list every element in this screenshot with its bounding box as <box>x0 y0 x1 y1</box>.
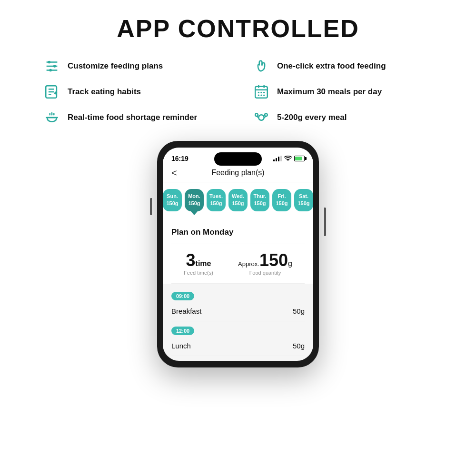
meal-time-1: 09:00 <box>171 292 194 300</box>
page-container: APP CONTROLLED Customize feeding plans <box>0 0 476 476</box>
svg-point-16 <box>263 92 265 93</box>
day-thur[interactable]: Thur. 150g <box>250 189 269 211</box>
signal-icon <box>273 156 282 161</box>
svg-point-21 <box>258 115 264 120</box>
feature-food-shortage-text: Real-time food shortage reminder <box>68 112 197 123</box>
dynamic-island <box>214 152 262 166</box>
day-sat[interactable]: Sat. 150g <box>294 189 313 211</box>
feature-one-click: One-click extra food feeding <box>252 57 433 75</box>
svg-point-26 <box>288 160 288 161</box>
day-label: Sat. <box>297 193 310 200</box>
plan-title: Plan on Monday <box>171 228 305 237</box>
meal-time-2: 12:00 <box>171 327 194 335</box>
food-quantity-stat: Approx.150g Food quantity <box>238 252 292 276</box>
volume-button <box>150 198 152 215</box>
day-amount: 150g <box>188 200 201 207</box>
day-label: Sun. <box>166 193 179 200</box>
feature-customize-feeding-text: Customize feeding plans <box>68 61 163 71</box>
day-label: Thur. <box>253 193 267 200</box>
page-title: APP CONTROLLED <box>117 14 359 43</box>
bowl-icon <box>43 109 61 127</box>
day-label: Mon. <box>188 193 201 200</box>
day-label: Tues. <box>209 193 223 200</box>
stats-row: 3time Feed time(s) Approx.150g Food quan… <box>171 252 305 276</box>
svg-point-5 <box>49 69 52 72</box>
svg-point-3 <box>48 61 51 64</box>
sliders-icon <box>43 57 61 75</box>
day-mon[interactable]: Mon. 150g <box>185 189 204 211</box>
feed-times-label: Feed time(s) <box>184 270 213 276</box>
svg-point-19 <box>263 94 265 96</box>
day-amount: 150g <box>231 200 245 207</box>
battery-icon <box>294 156 305 161</box>
phone-mockup: 16:19 <box>157 141 319 367</box>
features-grid: Customize feeding plans One-click extra … <box>43 57 433 127</box>
meal-section: 09:00 Breakfast 50g 12:00 Lunch 50g <box>163 291 313 356</box>
day-label: Fri. <box>275 193 288 200</box>
plan-divider <box>171 244 305 244</box>
wifi-icon <box>284 155 292 162</box>
svg-point-18 <box>260 94 262 96</box>
svg-point-15 <box>260 92 262 93</box>
day-wed[interactable]: Wed. 150g <box>228 189 248 211</box>
meal-row-lunch: Lunch 50g <box>171 339 305 356</box>
day-fri[interactable]: Fri. 150g <box>272 189 291 211</box>
portion-icon <box>252 109 270 127</box>
day-tues[interactable]: Tues. 150g <box>207 189 226 211</box>
svg-point-23 <box>265 114 268 117</box>
svg-point-4 <box>53 65 56 68</box>
app-header: < Feeding plan(s) <box>163 165 313 182</box>
feature-one-click-text: One-click extra food feeding <box>277 61 386 71</box>
food-quantity-label: Food quantity <box>238 270 292 276</box>
feature-track-eating: Track eating habits <box>43 83 224 101</box>
day-label: Wed. <box>231 193 245 200</box>
feature-meal-range-text: 5-200g every meal <box>277 112 347 123</box>
day-sun[interactable]: Sun. 150g <box>163 189 182 211</box>
feature-food-shortage: Real-time food shortage reminder <box>43 109 224 127</box>
app-header-title: Feeding plan(s) <box>211 169 264 177</box>
food-quantity-number: Approx.150g <box>238 252 292 269</box>
back-button[interactable]: < <box>171 168 177 178</box>
plan-content: Plan on Monday 3time Feed time(s) Approx… <box>163 220 313 284</box>
day-selector: Sun. 150g Mon. 150g Tues. 150g Wed. 150g <box>163 182 313 220</box>
phone-wrapper: 16:19 <box>157 141 319 466</box>
feature-track-eating-text: Track eating habits <box>68 87 141 97</box>
meal-name-lunch: Lunch <box>171 342 191 350</box>
svg-point-22 <box>255 114 258 117</box>
meal-name-breakfast: Breakfast <box>171 307 201 315</box>
meal-amount-breakfast: 50g <box>293 307 305 315</box>
calendar-icon <box>252 83 270 101</box>
stats-divider <box>171 283 305 284</box>
meal-amount-lunch: 50g <box>293 342 305 350</box>
meal-row-breakfast: Breakfast 50g <box>171 304 305 321</box>
day-amount: 150g <box>275 200 288 207</box>
status-time: 16:19 <box>171 155 188 162</box>
feature-customize-feeding: Customize feeding plans <box>43 57 224 75</box>
feature-meal-range: 5-200g every meal <box>252 109 433 127</box>
svg-point-14 <box>258 92 259 93</box>
feature-max-meals: Maximum 30 meals per day <box>252 83 433 101</box>
day-amount: 150g <box>166 200 179 207</box>
feed-times-stat: 3time Feed time(s) <box>184 252 213 276</box>
svg-point-17 <box>258 94 259 96</box>
feed-times-number: 3time <box>184 252 213 269</box>
feature-max-meals-text: Maximum 30 meals per day <box>277 87 382 97</box>
touch-icon <box>252 57 270 75</box>
power-button <box>324 208 326 236</box>
day-amount: 150g <box>209 200 223 207</box>
status-icons <box>273 155 305 162</box>
day-amount: 150g <box>297 200 310 207</box>
phone-screen: 16:19 <box>163 148 313 361</box>
day-amount: 150g <box>253 200 267 207</box>
edit-icon <box>43 83 61 101</box>
